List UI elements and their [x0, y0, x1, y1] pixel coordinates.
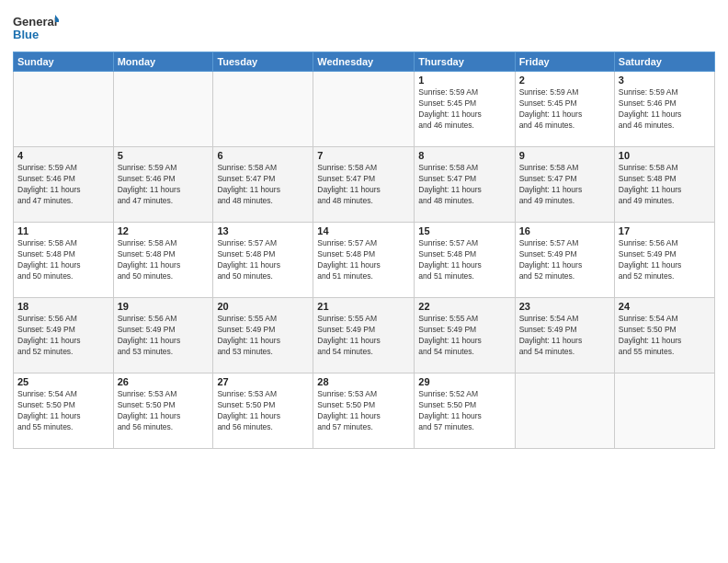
day-number: 7 — [317, 150, 410, 161]
weekday-header-tuesday: Tuesday — [213, 52, 313, 72]
day-info: Sunrise: 5:58 AM Sunset: 5:47 PM Dayligh… — [519, 163, 610, 207]
logo-svg: General Blue — [13, 13, 59, 46]
calendar-week-3: 11Sunrise: 5:58 AM Sunset: 5:48 PM Dayli… — [14, 223, 715, 298]
weekday-header-row: SundayMondayTuesdayWednesdayThursdayFrid… — [14, 52, 715, 72]
calendar-cell: 16Sunrise: 5:57 AM Sunset: 5:49 PM Dayli… — [515, 223, 614, 298]
day-number: 13 — [217, 225, 309, 236]
day-number: 11 — [17, 225, 109, 236]
page-header: General Blue — [13, 9, 715, 46]
calendar-week-2: 4Sunrise: 5:59 AM Sunset: 5:46 PM Daylig… — [14, 147, 715, 223]
svg-text:General: General — [13, 15, 57, 29]
weekday-header-monday: Monday — [113, 52, 213, 72]
calendar-cell: 22Sunrise: 5:55 AM Sunset: 5:49 PM Dayli… — [415, 298, 515, 373]
weekday-header-saturday: Saturday — [614, 52, 714, 72]
calendar-cell: 19Sunrise: 5:56 AM Sunset: 5:49 PM Dayli… — [113, 298, 213, 373]
svg-text:Blue: Blue — [13, 28, 39, 41]
calendar-cell: 15Sunrise: 5:57 AM Sunset: 5:48 PM Dayli… — [415, 223, 515, 298]
day-info: Sunrise: 5:58 AM Sunset: 5:48 PM Dayligh… — [118, 238, 210, 282]
day-info: Sunrise: 5:56 AM Sunset: 5:49 PM Dayligh… — [17, 314, 109, 358]
day-info: Sunrise: 5:54 AM Sunset: 5:50 PM Dayligh… — [17, 389, 109, 433]
calendar-cell: 23Sunrise: 5:54 AM Sunset: 5:49 PM Dayli… — [515, 298, 614, 373]
day-number: 8 — [418, 150, 510, 161]
day-number: 21 — [317, 301, 410, 312]
calendar-cell: 24Sunrise: 5:54 AM Sunset: 5:50 PM Dayli… — [614, 298, 714, 373]
day-number: 14 — [317, 225, 410, 236]
calendar-cell: 17Sunrise: 5:56 AM Sunset: 5:49 PM Dayli… — [614, 223, 714, 298]
calendar-cell: 8Sunrise: 5:58 AM Sunset: 5:47 PM Daylig… — [415, 147, 515, 223]
day-number: 3 — [619, 75, 711, 86]
calendar-cell — [614, 373, 714, 449]
calendar-cell: 6Sunrise: 5:58 AM Sunset: 5:47 PM Daylig… — [213, 147, 313, 223]
calendar-cell: 3Sunrise: 5:59 AM Sunset: 5:46 PM Daylig… — [614, 72, 714, 147]
calendar-cell: 18Sunrise: 5:56 AM Sunset: 5:49 PM Dayli… — [14, 298, 114, 373]
day-number: 26 — [118, 376, 210, 387]
calendar-cell: 14Sunrise: 5:57 AM Sunset: 5:48 PM Dayli… — [313, 223, 415, 298]
day-info: Sunrise: 5:59 AM Sunset: 5:45 PM Dayligh… — [418, 87, 510, 132]
day-info: Sunrise: 5:58 AM Sunset: 5:48 PM Dayligh… — [17, 238, 109, 282]
day-number: 2 — [519, 75, 610, 86]
day-info: Sunrise: 5:57 AM Sunset: 5:49 PM Dayligh… — [519, 238, 610, 282]
day-number: 24 — [619, 301, 711, 312]
calendar-cell — [113, 72, 213, 147]
day-number: 9 — [519, 150, 610, 161]
calendar-week-1: 1Sunrise: 5:59 AM Sunset: 5:45 PM Daylig… — [14, 72, 715, 147]
day-info: Sunrise: 5:56 AM Sunset: 5:49 PM Dayligh… — [619, 238, 711, 282]
day-info: Sunrise: 5:55 AM Sunset: 5:49 PM Dayligh… — [418, 314, 510, 358]
day-info: Sunrise: 5:58 AM Sunset: 5:47 PM Dayligh… — [317, 163, 410, 207]
calendar-cell — [14, 72, 114, 147]
calendar-cell: 12Sunrise: 5:58 AM Sunset: 5:48 PM Dayli… — [113, 223, 213, 298]
calendar-cell: 7Sunrise: 5:58 AM Sunset: 5:47 PM Daylig… — [313, 147, 415, 223]
day-info: Sunrise: 5:58 AM Sunset: 5:47 PM Dayligh… — [217, 163, 309, 207]
calendar-cell: 11Sunrise: 5:58 AM Sunset: 5:48 PM Dayli… — [14, 223, 114, 298]
day-number: 22 — [418, 301, 510, 312]
weekday-header-wednesday: Wednesday — [313, 52, 415, 72]
day-info: Sunrise: 5:59 AM Sunset: 5:45 PM Dayligh… — [519, 87, 610, 132]
day-info: Sunrise: 5:56 AM Sunset: 5:49 PM Dayligh… — [118, 314, 210, 358]
day-number: 12 — [118, 225, 210, 236]
day-info: Sunrise: 5:57 AM Sunset: 5:48 PM Dayligh… — [418, 238, 510, 282]
day-number: 15 — [418, 225, 510, 236]
calendar-cell: 13Sunrise: 5:57 AM Sunset: 5:48 PM Dayli… — [213, 223, 313, 298]
day-info: Sunrise: 5:55 AM Sunset: 5:49 PM Dayligh… — [217, 314, 309, 358]
weekday-header-thursday: Thursday — [415, 52, 515, 72]
calendar-cell: 25Sunrise: 5:54 AM Sunset: 5:50 PM Dayli… — [14, 373, 114, 449]
weekday-header-friday: Friday — [515, 52, 614, 72]
day-number: 17 — [619, 225, 711, 236]
calendar-cell: 1Sunrise: 5:59 AM Sunset: 5:45 PM Daylig… — [415, 72, 515, 147]
day-number: 19 — [118, 301, 210, 312]
calendar-week-4: 18Sunrise: 5:56 AM Sunset: 5:49 PM Dayli… — [14, 298, 715, 373]
calendar-cell: 29Sunrise: 5:52 AM Sunset: 5:50 PM Dayli… — [415, 373, 515, 449]
day-info: Sunrise: 5:59 AM Sunset: 5:46 PM Dayligh… — [619, 87, 711, 132]
day-info: Sunrise: 5:57 AM Sunset: 5:48 PM Dayligh… — [217, 238, 309, 282]
day-info: Sunrise: 5:54 AM Sunset: 5:49 PM Dayligh… — [519, 314, 610, 358]
day-number: 23 — [519, 301, 610, 312]
calendar-cell — [313, 72, 415, 147]
calendar-cell — [515, 373, 614, 449]
day-number: 28 — [317, 376, 410, 387]
day-info: Sunrise: 5:57 AM Sunset: 5:48 PM Dayligh… — [317, 238, 410, 282]
calendar-cell: 4Sunrise: 5:59 AM Sunset: 5:46 PM Daylig… — [14, 147, 114, 223]
calendar-table: SundayMondayTuesdayWednesdayThursdayFrid… — [13, 52, 715, 449]
calendar-cell — [213, 72, 313, 147]
day-info: Sunrise: 5:58 AM Sunset: 5:47 PM Dayligh… — [418, 163, 510, 207]
day-number: 16 — [519, 225, 610, 236]
day-number: 5 — [118, 150, 210, 161]
day-info: Sunrise: 5:54 AM Sunset: 5:50 PM Dayligh… — [619, 314, 711, 358]
day-info: Sunrise: 5:55 AM Sunset: 5:49 PM Dayligh… — [317, 314, 410, 358]
calendar-week-5: 25Sunrise: 5:54 AM Sunset: 5:50 PM Dayli… — [14, 373, 715, 449]
calendar-cell: 26Sunrise: 5:53 AM Sunset: 5:50 PM Dayli… — [113, 373, 213, 449]
day-info: Sunrise: 5:53 AM Sunset: 5:50 PM Dayligh… — [217, 389, 309, 433]
day-number: 18 — [17, 301, 109, 312]
day-number: 6 — [217, 150, 309, 161]
calendar-page: General Blue SundayMondayTuesdayWednesda… — [0, 0, 728, 563]
day-number: 1 — [418, 75, 510, 86]
calendar-cell: 5Sunrise: 5:59 AM Sunset: 5:46 PM Daylig… — [113, 147, 213, 223]
calendar-cell: 2Sunrise: 5:59 AM Sunset: 5:45 PM Daylig… — [515, 72, 614, 147]
day-number: 20 — [217, 301, 309, 312]
day-info: Sunrise: 5:53 AM Sunset: 5:50 PM Dayligh… — [317, 389, 410, 433]
day-number: 29 — [418, 376, 510, 387]
calendar-cell: 27Sunrise: 5:53 AM Sunset: 5:50 PM Dayli… — [213, 373, 313, 449]
day-number: 10 — [619, 150, 711, 161]
logo: General Blue — [13, 13, 59, 46]
day-info: Sunrise: 5:58 AM Sunset: 5:48 PM Dayligh… — [619, 163, 711, 207]
